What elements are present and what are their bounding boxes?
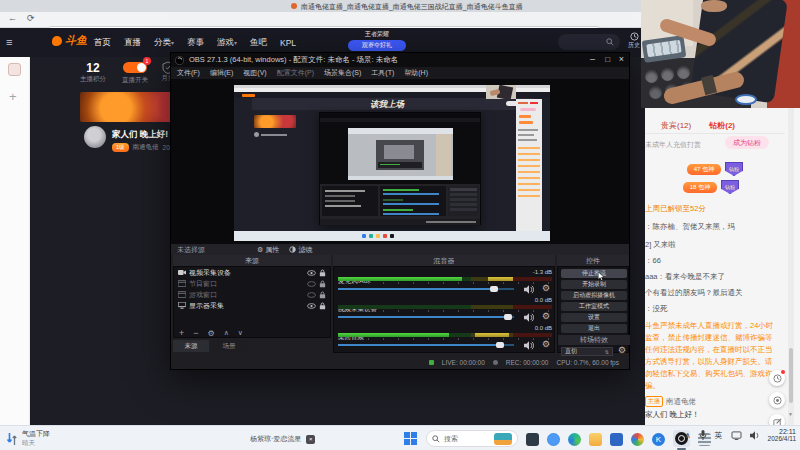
join-fan-button[interactable]: 成为钻粉: [725, 136, 769, 149]
refresh-icon[interactable]: ⟳: [27, 13, 35, 23]
start-virtual-camera-button[interactable]: 启动虚拟摄像机: [561, 291, 627, 300]
exit-button[interactable]: 退出: [561, 324, 627, 333]
speaker-icon[interactable]: [524, 313, 534, 322]
taskbar-app-browser-icon[interactable]: [547, 433, 560, 446]
menu-scene-collection[interactable]: 场景集合(S): [324, 68, 361, 78]
anchor-message-header: 主播 南通龟佬: [645, 396, 696, 407]
douyu-logo[interactable]: 斗鱼: [52, 33, 87, 48]
nav-kpl[interactable]: KPL: [280, 38, 296, 48]
gear-icon[interactable]: ⚙: [542, 311, 550, 321]
search-highlight-thumbnail[interactable]: [494, 433, 512, 445]
tab-diamond-fans[interactable]: 钻粉(2): [709, 120, 735, 131]
source-properties-button[interactable]: ⚙: [208, 329, 215, 338]
eye-icon[interactable]: [307, 292, 316, 298]
avatar[interactable]: [84, 126, 106, 148]
browser-tab-title[interactable]: 南通龟佬直播_南通龟佬直播_南通龟佬三国战纪直播_南通龟佬斗鱼直播: [301, 2, 631, 12]
taskbar-app-chat-icon[interactable]: [568, 433, 581, 446]
scrollbar-thumb[interactable]: [789, 348, 793, 403]
record-fab[interactable]: [769, 392, 785, 408]
speaker-icon[interactable]: [524, 341, 534, 350]
tray-expand-icon[interactable]: ∧: [685, 431, 691, 440]
news-ticker[interactable]: 杨紫琼·爱恋流星 ×: [250, 434, 315, 444]
file-explorer-icon[interactable]: [589, 433, 602, 446]
remove-source-button[interactable]: −: [193, 328, 198, 338]
taskbar-app-laptop-icon[interactable]: [526, 433, 539, 446]
menu-file[interactable]: 文件(F): [177, 68, 200, 78]
transitions-header[interactable]: 转场特效: [558, 335, 630, 345]
gear-icon[interactable]: ⚙: [542, 339, 550, 349]
speaker-icon[interactable]: [524, 285, 534, 294]
photos-icon[interactable]: [631, 433, 644, 446]
menu-profile[interactable]: 配置文件(P): [277, 68, 314, 78]
source-row-display-capture[interactable]: 显示器采集: [174, 300, 330, 311]
rec-timer: REC: 00:00:00: [506, 359, 549, 366]
nav-home[interactable]: 首页: [94, 37, 111, 49]
taskbar-app-k-icon[interactable]: K: [652, 433, 665, 446]
settings-button[interactable]: 设置: [561, 313, 627, 322]
lock-icon[interactable]: [319, 269, 326, 277]
weather-widget[interactable]: 气温下降 晴天: [6, 429, 50, 448]
menu-help[interactable]: 帮助(H): [404, 68, 428, 78]
live-toggle[interactable]: 1: [123, 62, 147, 73]
menu-view[interactable]: 视图(V): [243, 68, 266, 78]
hamburger-icon[interactable]: ≡: [6, 36, 12, 48]
microphone-icon[interactable]: [699, 430, 707, 441]
filters-button[interactable]: 滤镜: [289, 245, 312, 255]
properties-button[interactable]: ⚙属性: [257, 245, 279, 255]
obs-titlebar[interactable]: OBS 27.1.3 (64-bit, windows) - 配置文件: 未命名…: [171, 53, 629, 67]
lock-icon[interactable]: [319, 302, 326, 310]
source-row-game-window[interactable]: 游戏窗口: [174, 289, 330, 300]
volume-icon[interactable]: [750, 431, 760, 440]
scroll-down-icon[interactable]: ▼: [788, 411, 793, 417]
history-button[interactable]: 历史: [626, 32, 642, 50]
sources-header[interactable]: 来源: [173, 255, 331, 266]
nav-esports[interactable]: 赛事: [187, 37, 204, 49]
menu-edit[interactable]: 编辑(E): [210, 68, 233, 78]
start-recording-button[interactable]: 开始录制: [561, 280, 627, 289]
eye-icon[interactable]: [307, 303, 316, 309]
weather-sub: 晴天: [22, 439, 50, 448]
eye-icon[interactable]: [307, 281, 316, 287]
network-icon[interactable]: [731, 431, 742, 440]
taskbar-app-store-icon[interactable]: [610, 433, 623, 446]
lock-icon[interactable]: [319, 280, 326, 288]
lock-icon[interactable]: [319, 291, 326, 299]
eye-icon[interactable]: [307, 270, 316, 276]
move-up-button[interactable]: ∧: [224, 329, 229, 337]
sources-toolbar: + − ⚙ ∧ ∨: [179, 328, 243, 338]
taskbar-search[interactable]: 搜索: [426, 430, 518, 447]
gear-icon[interactable]: ⚙: [542, 283, 550, 293]
sidebar-app-icon[interactable]: [8, 63, 21, 76]
douyu-search-box[interactable]: [558, 34, 620, 50]
streamer-meta: 1级 南通龟佬 204: [112, 143, 173, 152]
mixer-header[interactable]: 混音器: [333, 255, 555, 266]
add-source-button[interactable]: +: [179, 328, 184, 338]
nav-category[interactable]: 分类▾: [154, 37, 174, 49]
obs-preview[interactable]: 该我上场: [171, 79, 629, 243]
tab-sources[interactable]: 来源: [173, 340, 209, 352]
close-button[interactable]: ×: [619, 54, 624, 64]
nav-games[interactable]: 游戏▾: [217, 37, 237, 49]
nav-yuba[interactable]: 鱼吧: [250, 37, 267, 49]
move-down-button[interactable]: ∨: [238, 329, 243, 337]
history-fab[interactable]: [769, 370, 785, 386]
event-badge[interactable]: 王者荣耀 观赛夺好礼: [348, 30, 406, 51]
source-row-camera[interactable]: 视频采集设备: [174, 267, 330, 278]
stop-streaming-button[interactable]: 停止推流: [561, 269, 627, 278]
tab-scenes[interactable]: 场景: [211, 340, 247, 352]
back-icon[interactable]: ←: [8, 13, 17, 23]
nav-live[interactable]: 直播: [124, 37, 141, 49]
minimize-button[interactable]: –: [590, 54, 595, 64]
ime-indicator[interactable]: 英: [715, 430, 723, 441]
start-button[interactable]: [404, 432, 417, 445]
menu-tools[interactable]: 工具(T): [371, 68, 394, 78]
chat-scrollbar[interactable]: ▼: [788, 108, 794, 425]
tab-vip[interactable]: 贵宾(12): [661, 120, 691, 131]
close-news-icon[interactable]: ×: [306, 435, 315, 444]
source-row-program-window[interactable]: 节目窗口: [174, 278, 330, 289]
clock-widget[interactable]: 22:11 2026/4/11: [768, 428, 796, 442]
maximize-button[interactable]: □: [605, 55, 610, 64]
studio-mode-button[interactable]: 工作室模式: [561, 302, 627, 311]
add-icon[interactable]: +: [9, 89, 17, 104]
controls-header[interactable]: 控件: [557, 255, 629, 266]
